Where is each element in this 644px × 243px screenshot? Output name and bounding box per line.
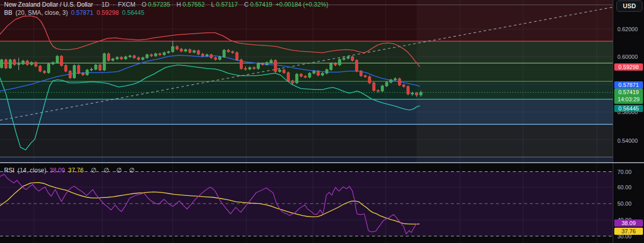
candle-body[interactable] — [248, 68, 251, 69]
price-chart[interactable] — [0, 0, 613, 163]
candle-body[interactable] — [232, 52, 234, 53]
candle-body[interactable] — [313, 71, 315, 73]
candle-body[interactable] — [77, 65, 80, 73]
candle-body[interactable] — [112, 59, 114, 60]
candle-body[interactable] — [39, 66, 41, 71]
candle-body[interactable] — [300, 74, 302, 76]
candle-body[interactable] — [325, 70, 328, 73]
candle-body[interactable] — [43, 71, 46, 73]
candle-body[interactable] — [398, 79, 401, 85]
currency-button[interactable]: USD — [616, 1, 642, 12]
candle-body[interactable] — [65, 65, 67, 71]
candle-body[interactable] — [81, 73, 84, 75]
candle-body[interactable] — [347, 57, 349, 58]
candle-body[interactable] — [420, 93, 422, 95]
candle-body[interactable] — [364, 76, 366, 77]
candle-body[interactable] — [48, 64, 50, 73]
candle-body[interactable] — [30, 62, 33, 64]
candle-body[interactable] — [60, 56, 63, 65]
candle-body[interactable] — [35, 62, 37, 66]
candle-body[interactable] — [107, 54, 110, 60]
candle-body[interactable] — [146, 55, 149, 58]
candle-body[interactable] — [73, 65, 76, 78]
candle-body[interactable] — [223, 50, 225, 57]
candle-body[interactable] — [141, 58, 144, 59]
candle-body[interactable] — [257, 63, 260, 69]
candle-body[interactable] — [338, 59, 341, 65]
rsi-indicator-legend[interactable]: RSI (14, close) 38.09 37.76 ∅ ∅ ∅ ∅ — [4, 167, 136, 174]
candle-body[interactable] — [368, 77, 371, 83]
candle-body[interactable] — [304, 76, 307, 77]
candle-body[interactable] — [176, 47, 178, 49]
horizontal-ray-line[interactable] — [0, 5, 613, 5]
candle-body[interactable] — [206, 55, 209, 56]
candle-body[interactable] — [317, 71, 320, 75]
candle-body[interactable] — [372, 83, 375, 91]
candle-body[interactable] — [116, 57, 118, 59]
candle-body[interactable] — [385, 82, 388, 86]
candle-body[interactable] — [407, 86, 409, 94]
candle-body[interactable] — [296, 74, 298, 83]
candle-body[interactable] — [334, 63, 337, 65]
candle-body[interactable] — [5, 60, 7, 68]
candle-body[interactable] — [124, 57, 127, 59]
candle-body[interactable] — [278, 70, 281, 72]
candle-body[interactable] — [201, 54, 204, 56]
candle-body[interactable] — [103, 54, 106, 70]
candle-body[interactable] — [411, 93, 413, 94]
candle-body[interactable] — [159, 54, 161, 55]
candle-body[interactable] — [270, 60, 273, 62]
candle-body[interactable] — [94, 65, 97, 69]
candle-body[interactable] — [193, 51, 195, 52]
candle-body[interactable] — [321, 73, 324, 75]
candle-body[interactable] — [283, 70, 285, 73]
candle-body[interactable] — [287, 73, 289, 81]
candle-body[interactable] — [253, 68, 255, 69]
candle-body[interactable] — [219, 57, 221, 59]
candle-body[interactable] — [180, 49, 182, 51]
candle-body[interactable] — [343, 58, 345, 59]
candle-body[interactable] — [120, 57, 123, 59]
candle-body[interactable] — [351, 57, 354, 60]
candle-body[interactable] — [22, 61, 24, 64]
candle-body[interactable] — [265, 62, 268, 64]
candle-body[interactable] — [377, 91, 380, 91]
candle-body[interactable] — [403, 85, 405, 86]
candle-body[interactable] — [330, 63, 333, 70]
candle-body[interactable] — [137, 58, 140, 59]
candle-body[interactable] — [381, 86, 384, 91]
candle-body[interactable] — [52, 62, 54, 64]
candle-body[interactable] — [292, 81, 294, 83]
candle-body[interactable] — [244, 69, 247, 69]
candle-body[interactable] — [274, 60, 277, 72]
candle-body[interactable] — [227, 50, 230, 52]
candle-body[interactable] — [17, 64, 20, 64]
pane-separator[interactable] — [0, 162, 644, 163]
candle-body[interactable] — [240, 60, 242, 69]
candle-body[interactable] — [99, 65, 101, 70]
candle-body[interactable] — [210, 55, 213, 58]
candle-body[interactable] — [214, 58, 217, 59]
bb-indicator-legend[interactable]: BB (20, SMA, close, 3) 0.57871 0.59298 0… — [4, 9, 146, 16]
candle-body[interactable] — [56, 56, 58, 62]
price-scale[interactable]: USD 0.57419 14:03:29 0.620000.600000.580… — [613, 0, 644, 243]
candle-body[interactable] — [129, 56, 131, 57]
candle-body[interactable] — [9, 60, 11, 68]
candle-body[interactable] — [163, 53, 165, 55]
candle-body[interactable] — [167, 52, 170, 53]
candle-body[interactable] — [308, 73, 311, 77]
candle-body[interactable] — [172, 47, 174, 52]
candle-body[interactable] — [26, 61, 29, 64]
candle-body[interactable] — [394, 79, 397, 80]
candle-body[interactable] — [150, 55, 153, 56]
candle-body[interactable] — [133, 56, 136, 58]
candle-body[interactable] — [261, 63, 264, 64]
candle-body[interactable] — [360, 71, 362, 76]
candle-body[interactable] — [390, 80, 392, 82]
candle-body[interactable] — [154, 54, 157, 56]
candle-body[interactable] — [184, 50, 187, 51]
candle-body[interactable] — [13, 60, 16, 64]
candle-body[interactable] — [1, 60, 3, 68]
candle-body[interactable] — [90, 69, 93, 70]
candle-body[interactable] — [197, 51, 200, 54]
